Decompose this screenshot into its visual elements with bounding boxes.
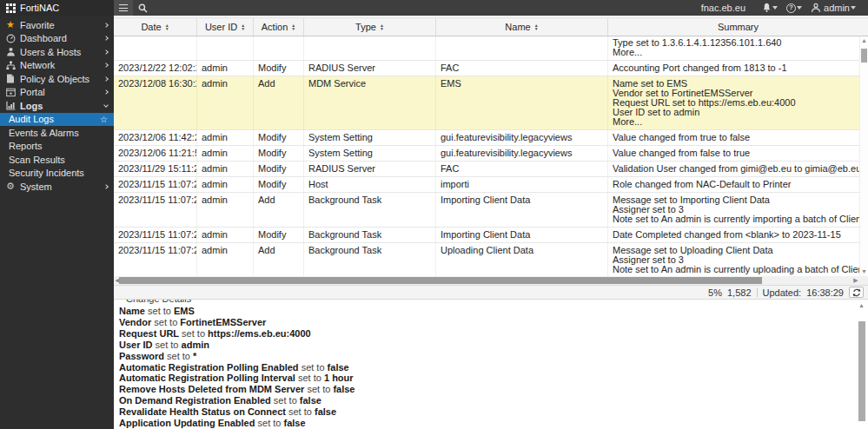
- change-detail-line: Request URL set to https://ems.eb.eu:400…: [114, 328, 868, 340]
- sort-icon: ▲▼: [534, 23, 539, 30]
- sidebar-item-label: Scan Results: [9, 155, 108, 165]
- cell-name: FAC: [435, 162, 607, 176]
- policy-icon: [6, 74, 20, 83]
- hostname-label: fnac.eb.eu: [701, 3, 745, 13]
- change-detail-line: Automatic Registration Polling Interval …: [114, 373, 868, 384]
- sidebar-item-label: Events & Alarms: [9, 128, 108, 138]
- cell-date: 2023/11/15 11:07:28: [114, 193, 196, 227]
- help-icon: ?: [786, 3, 796, 13]
- cell-name: Importing Client Data: [435, 228, 607, 242]
- change-details-title[interactable]: Change Details: [126, 300, 868, 304]
- refresh-button[interactable]: [849, 287, 864, 298]
- chevron-down-icon: [772, 6, 778, 10]
- sidebar-item-users-hosts[interactable]: Users & Hosts: [0, 45, 114, 59]
- chevron-right-icon: [103, 36, 109, 41]
- table-row[interactable]: 2023/12/06 11:21:55adminModifySystem Set…: [114, 146, 868, 162]
- updated-label: Updated:: [763, 287, 802, 298]
- cell-action: Add: [253, 193, 303, 227]
- cell-user-id: admin: [196, 61, 253, 76]
- cell-date: 2023/12/06 11:42:28: [114, 130, 196, 145]
- network-icon: [6, 61, 20, 70]
- details-vertical-scrollbar[interactable]: ▲: [858, 300, 866, 429]
- scroll-up-arrow-icon[interactable]: ▲: [860, 37, 868, 44]
- cell-date: 2023/11/29 15:11:26: [114, 162, 196, 176]
- scroll-up-arrow-icon[interactable]: ▲: [858, 302, 865, 309]
- table-row[interactable]: 2023/11/15 11:07:26adminAddBackground Ta…: [114, 243, 868, 276]
- hamburger-menu-button[interactable]: [114, 0, 133, 16]
- scrollbar-thumb[interactable]: [861, 49, 867, 63]
- cell-name: Uploading Client Data: [435, 243, 607, 276]
- table-row[interactable]: 2023/12/08 16:30:21adminAddMDM ServiceEM…: [114, 76, 868, 130]
- table-vertical-scrollbar[interactable]: ▲ ▼: [859, 36, 868, 276]
- change-detail-line: On Demand Registration Enabled set to fa…: [114, 395, 868, 406]
- cell-action: Modify: [253, 162, 303, 176]
- sidebar-item-system[interactable]: ⚙System: [0, 180, 114, 194]
- table-horizontal-scrollbar[interactable]: ◀ ▶: [114, 276, 868, 285]
- cell-action: [253, 36, 303, 60]
- scrollbar-thumb[interactable]: [858, 321, 865, 421]
- scroll-right-arrow-icon[interactable]: ▶: [852, 276, 859, 285]
- cell-type: Background Task: [303, 243, 435, 276]
- table-row[interactable]: 2023/12/22 12:02:28adminModifyRADIUS Ser…: [114, 61, 868, 76]
- logs-icon: [6, 101, 20, 110]
- chevron-right-icon: [103, 23, 109, 28]
- sidebar-item-logs[interactable]: Logs: [0, 99, 114, 113]
- table-row[interactable]: 2023/12/06 11:42:28adminModifySystem Set…: [114, 130, 868, 146]
- cell-summary: Element Class set to DeviceType set to 1…: [607, 36, 868, 60]
- cell-date: 2023/12/08 16:30:21: [114, 76, 196, 129]
- scroll-down-arrow-icon[interactable]: ▼: [860, 268, 868, 275]
- cell-action: Modify: [253, 228, 303, 242]
- help-menu[interactable]: ?: [786, 3, 806, 13]
- summary-line: Note set to An admin is currently import…: [613, 214, 864, 224]
- table-row[interactable]: 2023/11/29 15:11:26adminModifyRADIUS Ser…: [114, 162, 868, 177]
- sidebar-item-scan-results[interactable]: Scan Results: [0, 153, 114, 167]
- sidebar-item-favorite[interactable]: ★Favorite: [0, 18, 114, 32]
- sidebar-item-events-alarms[interactable]: Events & Alarms: [0, 126, 114, 140]
- sidebar-item-network[interactable]: Network: [0, 59, 114, 73]
- sidebar-item-policy-objects[interactable]: Policy & Objects: [0, 72, 114, 86]
- search-button[interactable]: [133, 0, 152, 16]
- refresh-icon: [852, 288, 861, 297]
- cell-summary: Accounting Port changed from 1813 to -1: [607, 61, 868, 76]
- column-header-user-id[interactable]: User ID ▲▼: [196, 18, 253, 36]
- table-row[interactable]: Element Class set to DeviceType set to 1…: [114, 36, 868, 61]
- user-menu[interactable]: admin: [811, 3, 860, 13]
- cell-type: RADIUS Server: [303, 162, 435, 176]
- chevron-down-icon: [103, 102, 109, 108]
- cell-type: Background Task: [303, 228, 435, 242]
- cell-user-id: admin: [196, 76, 253, 129]
- column-header-name[interactable]: Name ▲▼: [435, 18, 607, 36]
- summary-line: More...: [613, 48, 864, 57]
- scrollbar-thumb[interactable]: [119, 277, 762, 284]
- sidebar-nav: ★FavoriteDashboardUsers & HostsNetworkPo…: [0, 16, 114, 429]
- column-header-action[interactable]: Action ▲▼: [253, 18, 303, 36]
- sidebar-item-security-incidents[interactable]: Security Incidents: [0, 167, 114, 181]
- cell-type: System Setting: [303, 130, 435, 145]
- cell-summary: Value changed from true to false: [607, 130, 868, 145]
- column-header-date[interactable]: Date ▲▼: [114, 18, 196, 36]
- progress-label: 5%: [708, 287, 722, 298]
- updated-time: 16:38:29: [806, 287, 844, 298]
- gear-icon: ⚙: [6, 182, 20, 191]
- record-count: 1,582: [727, 287, 752, 298]
- sidebar-item-portal[interactable]: Portal: [0, 86, 114, 100]
- sidebar-item-label: Policy & Objects: [20, 74, 104, 84]
- sidebar-item-audit-logs[interactable]: Audit Logs☆: [0, 113, 114, 127]
- notifications-menu[interactable]: [762, 3, 782, 13]
- star-outline-icon[interactable]: ☆: [100, 114, 108, 124]
- column-header-type[interactable]: Type ▲▼: [303, 18, 435, 36]
- chevron-right-icon: [103, 76, 109, 82]
- sidebar-item-dashboard[interactable]: Dashboard: [0, 32, 114, 46]
- sidebar-item-label: Security Incidents: [9, 168, 108, 178]
- cell-type: RADIUS Server: [303, 61, 435, 76]
- table-row[interactable]: 2023/11/15 11:07:28adminModifyHostimport…: [114, 177, 868, 193]
- table-header: Date ▲▼ User ID ▲▼ Action ▲▼ Type ▲▼ Nam…: [114, 17, 868, 36]
- chevron-right-icon: [103, 50, 109, 55]
- summary-line: User ID set to admin: [613, 108, 864, 117]
- table-row[interactable]: 2023/11/15 11:07:28adminModifyBackground…: [114, 228, 868, 243]
- table-row[interactable]: 2023/11/15 11:07:28adminAddBackground Ta…: [114, 193, 868, 228]
- chevron-right-icon: [103, 184, 109, 189]
- sort-icon: ▲▼: [241, 23, 245, 30]
- cell-user-id: admin: [196, 130, 253, 145]
- sidebar-item-reports[interactable]: Reports: [0, 140, 114, 154]
